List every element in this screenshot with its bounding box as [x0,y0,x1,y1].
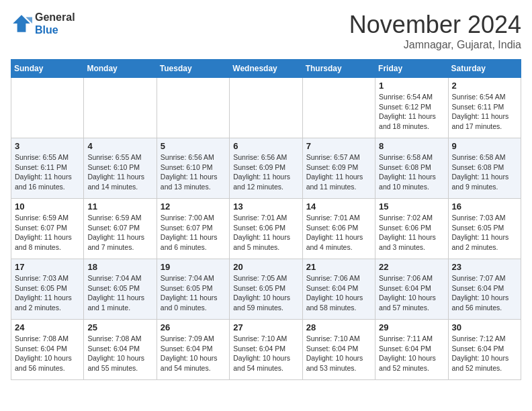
calendar-table: SundayMondayTuesdayWednesdayThursdayFrid… [11,59,521,380]
day-number: 10 [15,201,80,212]
calendar-cell: 21Sunrise: 7:06 AM Sunset: 6:04 PM Dayli… [302,259,375,320]
column-header-thursday: Thursday [302,60,375,78]
calendar-cell [230,78,302,138]
calendar-cell: 19Sunrise: 7:04 AM Sunset: 6:05 PM Dayli… [157,259,229,320]
title-block: November 2024 Jamnagar, Gujarat, India [349,11,521,51]
day-info: Sunrise: 7:11 AM Sunset: 6:04 PM Dayligh… [379,334,444,373]
day-info: Sunrise: 7:06 AM Sunset: 6:04 PM Dayligh… [379,273,444,313]
day-number: 15 [379,201,444,212]
day-number: 2 [452,81,517,91]
calendar-cell: 26Sunrise: 7:09 AM Sunset: 6:04 PM Dayli… [157,320,229,380]
calendar-cell: 29Sunrise: 7:11 AM Sunset: 6:04 PM Dayli… [375,320,448,380]
day-info: Sunrise: 7:04 AM Sunset: 6:05 PM Dayligh… [87,273,152,313]
day-info: Sunrise: 6:59 AM Sunset: 6:07 PM Dayligh… [15,213,80,253]
calendar-body: 1Sunrise: 6:54 AM Sunset: 6:12 PM Daylig… [11,78,521,380]
day-number: 21 [306,262,371,272]
day-number: 5 [161,141,226,151]
calendar-cell: 20Sunrise: 7:05 AM Sunset: 6:05 PM Dayli… [230,259,302,320]
column-header-sunday: Sunday [11,60,84,78]
day-number: 19 [161,262,226,272]
calendar-cell: 3Sunrise: 6:55 AM Sunset: 6:11 PM Daylig… [11,138,84,199]
calendar-cell: 28Sunrise: 7:10 AM Sunset: 6:04 PM Dayli… [302,320,375,380]
day-info: Sunrise: 7:06 AM Sunset: 6:04 PM Dayligh… [306,273,371,313]
calendar-cell: 8Sunrise: 6:58 AM Sunset: 6:08 PM Daylig… [375,138,448,199]
column-header-tuesday: Tuesday [157,60,229,78]
day-number: 6 [233,141,298,151]
day-number: 11 [87,201,152,212]
day-info: Sunrise: 6:55 AM Sunset: 6:10 PM Dayligh… [87,152,152,192]
calendar-cell: 23Sunrise: 7:07 AM Sunset: 6:04 PM Dayli… [448,259,521,320]
calendar-week-1: 1Sunrise: 6:54 AM Sunset: 6:12 PM Daylig… [11,78,521,138]
day-info: Sunrise: 7:00 AM Sunset: 6:07 PM Dayligh… [161,213,226,253]
day-info: Sunrise: 7:01 AM Sunset: 6:06 PM Dayligh… [233,213,298,253]
day-info: Sunrise: 7:10 AM Sunset: 6:04 PM Dayligh… [233,334,298,373]
calendar-cell: 18Sunrise: 7:04 AM Sunset: 6:05 PM Dayli… [84,259,157,320]
day-number: 14 [306,201,371,212]
day-number: 25 [87,322,152,332]
day-number: 9 [452,141,517,151]
calendar-cell: 15Sunrise: 7:02 AM Sunset: 6:06 PM Dayli… [375,199,448,259]
calendar-cell: 30Sunrise: 7:12 AM Sunset: 6:04 PM Dayli… [448,320,521,380]
calendar-cell: 7Sunrise: 6:57 AM Sunset: 6:09 PM Daylig… [302,138,375,199]
calendar-cell [11,78,84,138]
day-info: Sunrise: 7:05 AM Sunset: 6:05 PM Dayligh… [233,273,298,313]
calendar-cell: 16Sunrise: 7:03 AM Sunset: 6:05 PM Dayli… [448,199,521,259]
calendar-cell [84,78,157,138]
calendar-cell: 13Sunrise: 7:01 AM Sunset: 6:06 PM Dayli… [230,199,302,259]
day-info: Sunrise: 6:55 AM Sunset: 6:11 PM Dayligh… [15,152,80,192]
day-number: 8 [379,141,444,151]
calendar-cell: 12Sunrise: 7:00 AM Sunset: 6:07 PM Dayli… [157,199,229,259]
day-number: 16 [452,201,517,212]
day-info: Sunrise: 7:08 AM Sunset: 6:04 PM Dayligh… [15,334,80,373]
day-info: Sunrise: 6:54 AM Sunset: 6:11 PM Dayligh… [452,92,517,132]
day-number: 20 [233,262,298,272]
day-info: Sunrise: 6:58 AM Sunset: 6:08 PM Dayligh… [379,152,444,192]
calendar-header-row: SundayMondayTuesdayWednesdayThursdayFrid… [11,60,521,78]
calendar-cell: 6Sunrise: 6:56 AM Sunset: 6:09 PM Daylig… [230,138,302,199]
day-info: Sunrise: 7:12 AM Sunset: 6:04 PM Dayligh… [452,334,517,373]
day-info: Sunrise: 7:08 AM Sunset: 6:04 PM Dayligh… [87,334,152,373]
day-number: 29 [379,322,444,332]
logo: General Blue [11,11,75,36]
day-number: 17 [15,262,80,272]
calendar-cell: 11Sunrise: 6:59 AM Sunset: 6:07 PM Dayli… [84,199,157,259]
calendar-cell: 14Sunrise: 7:01 AM Sunset: 6:06 PM Dayli… [302,199,375,259]
day-info: Sunrise: 7:03 AM Sunset: 6:05 PM Dayligh… [452,213,517,253]
page-header: General Blue November 2024 Jamnagar, Guj… [11,11,521,51]
calendar-cell: 5Sunrise: 6:56 AM Sunset: 6:10 PM Daylig… [157,138,229,199]
day-info: Sunrise: 6:56 AM Sunset: 6:10 PM Dayligh… [161,152,226,192]
calendar-week-4: 17Sunrise: 7:03 AM Sunset: 6:05 PM Dayli… [11,259,521,320]
calendar-cell: 1Sunrise: 6:54 AM Sunset: 6:12 PM Daylig… [375,78,448,138]
day-info: Sunrise: 7:04 AM Sunset: 6:05 PM Dayligh… [161,273,226,313]
day-number: 3 [15,141,80,151]
day-number: 26 [161,322,226,332]
calendar-cell: 22Sunrise: 7:06 AM Sunset: 6:04 PM Dayli… [375,259,448,320]
day-number: 18 [87,262,152,272]
calendar-cell: 27Sunrise: 7:10 AM Sunset: 6:04 PM Dayli… [230,320,302,380]
day-info: Sunrise: 6:59 AM Sunset: 6:07 PM Dayligh… [87,213,152,253]
day-info: Sunrise: 6:57 AM Sunset: 6:09 PM Dayligh… [306,152,371,192]
calendar-cell [302,78,375,138]
calendar-week-5: 24Sunrise: 7:08 AM Sunset: 6:04 PM Dayli… [11,320,521,380]
calendar-cell: 2Sunrise: 6:54 AM Sunset: 6:11 PM Daylig… [448,78,521,138]
day-number: 30 [452,322,517,332]
day-number: 4 [87,141,152,151]
column-header-saturday: Saturday [448,60,521,78]
day-info: Sunrise: 6:54 AM Sunset: 6:12 PM Dayligh… [379,92,444,132]
day-number: 24 [15,322,80,332]
column-header-friday: Friday [375,60,448,78]
calendar-cell: 9Sunrise: 6:58 AM Sunset: 6:08 PM Daylig… [448,138,521,199]
calendar-week-3: 10Sunrise: 6:59 AM Sunset: 6:07 PM Dayli… [11,199,521,259]
day-info: Sunrise: 7:03 AM Sunset: 6:05 PM Dayligh… [15,273,80,313]
column-header-monday: Monday [84,60,157,78]
location-title: Jamnagar, Gujarat, India [349,39,521,51]
day-number: 27 [233,322,298,332]
calendar-cell: 17Sunrise: 7:03 AM Sunset: 6:05 PM Dayli… [11,259,84,320]
day-number: 12 [161,201,226,212]
calendar-cell: 25Sunrise: 7:08 AM Sunset: 6:04 PM Dayli… [84,320,157,380]
column-header-wednesday: Wednesday [230,60,302,78]
calendar-week-2: 3Sunrise: 6:55 AM Sunset: 6:11 PM Daylig… [11,138,521,199]
day-info: Sunrise: 6:58 AM Sunset: 6:08 PM Dayligh… [452,152,517,192]
day-number: 7 [306,141,371,151]
logo-text: General Blue [35,11,75,36]
